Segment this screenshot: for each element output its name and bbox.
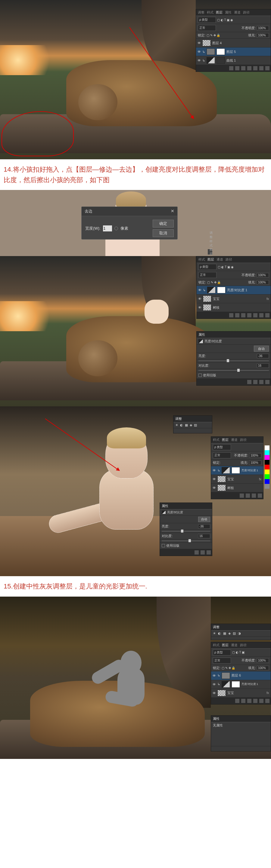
opacity-input[interactable]: 100% — [257, 26, 269, 30]
eye-icon[interactable] — [213, 674, 216, 677]
layer-row-curves[interactable]: ↳ 曲线 1 — [196, 56, 271, 65]
blend-mode-dropdown[interactable]: 正常 — [213, 452, 231, 458]
swatch[interactable] — [265, 450, 270, 455]
adjust-icon[interactable]: ☀ — [213, 631, 216, 636]
new-layer-icon[interactable] — [259, 699, 264, 703]
swatch[interactable] — [265, 484, 270, 489]
layer-brightness-contrast[interactable]: ↳ 亮度/对比度 1 — [211, 466, 263, 475]
adjust-icon[interactable]: ◐ — [218, 631, 221, 636]
unit-radio[interactable] — [114, 227, 118, 230]
mask-icon[interactable] — [241, 66, 245, 70]
tab-style[interactable]: 样式 — [213, 438, 219, 442]
tab-style[interactable]: 样式 — [207, 10, 214, 15]
close-icon[interactable]: ✕ — [171, 209, 174, 214]
group-icon[interactable] — [253, 313, 258, 317]
fill-input[interactable]: 100% — [249, 460, 261, 465]
swatch[interactable] — [265, 445, 270, 450]
legacy-checkbox[interactable] — [162, 544, 165, 547]
layer-baby[interactable]: 宝宝 fx — [211, 475, 263, 484]
tab-adjust[interactable]: 调整 — [213, 625, 219, 629]
auto-button[interactable]: 自动 — [198, 517, 210, 522]
adjust-icon[interactable] — [247, 66, 251, 70]
contrast-value[interactable]: 16 — [198, 534, 210, 538]
eye-icon[interactable] — [213, 477, 216, 481]
adjust-icon[interactable]: ▦ — [185, 423, 188, 427]
link-icon[interactable] — [229, 313, 233, 317]
tab-adjust[interactable]: 调整 — [175, 416, 182, 421]
fx-indicator[interactable]: fx — [267, 691, 269, 694]
layer-baby[interactable]: 宝宝 fx — [197, 294, 271, 303]
filter-icons[interactable]: ▢ ◐ T ▣ ◉ — [217, 18, 233, 22]
adjust-icon[interactable]: ☀ — [175, 423, 178, 427]
fx-indicator[interactable]: fx — [259, 477, 261, 481]
tab-paths[interactable]: 路径 — [225, 257, 232, 262]
eye-icon[interactable] — [197, 50, 201, 54]
reset-icon[interactable] — [200, 550, 205, 555]
eye-icon[interactable] — [213, 486, 216, 490]
fill-input[interactable]: 100% — [257, 666, 269, 670]
eye-icon[interactable] — [213, 469, 216, 472]
clip-icon[interactable] — [194, 550, 199, 555]
lock-icons[interactable]: ▢ ✎ ✥ 🔒 — [207, 281, 221, 284]
adjust-icon[interactable]: ▨ — [194, 423, 197, 427]
layer-row-6[interactable]: ↳ 图层 6 — [211, 672, 271, 680]
blend-mode-dropdown[interactable]: 正常 — [198, 272, 217, 278]
tab-properties[interactable]: 属性 — [225, 10, 232, 15]
tab-layers[interactable]: 图层 — [222, 643, 228, 647]
fx-icon[interactable] — [235, 66, 239, 70]
ok-button[interactable]: 确定 — [153, 220, 174, 227]
eye-icon[interactable] — [197, 59, 201, 62]
new-layer-icon[interactable] — [252, 494, 256, 498]
eye-icon[interactable] — [198, 306, 201, 309]
brightness-slider[interactable] — [162, 531, 210, 532]
link-icon[interactable] — [229, 66, 233, 70]
reset-icon[interactable] — [259, 380, 264, 384]
trash-icon[interactable] — [265, 380, 270, 384]
swatch[interactable] — [265, 465, 270, 469]
tab-layers[interactable]: 图层 — [208, 257, 214, 262]
opacity-input[interactable]: 100% — [249, 453, 261, 458]
cancel-button[interactable]: 取消 — [153, 229, 174, 237]
eye-icon[interactable] — [198, 288, 201, 292]
swatch[interactable] — [265, 479, 270, 484]
new-layer-icon[interactable] — [259, 313, 264, 317]
trash-icon[interactable] — [258, 494, 262, 498]
adjust-icon[interactable]: ▦ — [223, 631, 226, 636]
mask-icon[interactable] — [241, 313, 245, 317]
contrast-slider[interactable] — [198, 370, 269, 371]
swatch[interactable] — [265, 455, 270, 460]
blend-mode-dropdown[interactable]: 正常 — [213, 658, 231, 663]
adjust-icon[interactable]: ▨ — [233, 631, 236, 636]
tab-channels[interactable]: 通道 — [217, 257, 223, 262]
layer-branch[interactable]: 树枝 — [211, 484, 263, 492]
contrast-value[interactable]: 16 — [257, 363, 269, 368]
filter-icons[interactable]: ▢ ◐ T ▣ ◉ — [218, 266, 234, 269]
new-layer-icon[interactable] — [259, 66, 264, 70]
layer-brightness-contrast[interactable]: ↳ 亮度/对比度 1 — [211, 680, 271, 689]
auto-button[interactable]: 自动 — [254, 346, 269, 352]
eye-icon[interactable] — [198, 297, 201, 301]
tab-adjust[interactable]: 调整 — [198, 10, 205, 15]
layer-baby[interactable]: 宝宝 fx — [211, 689, 271, 698]
trash-icon[interactable] — [207, 550, 211, 555]
trash-icon[interactable] — [265, 66, 270, 70]
blend-mode-dropdown[interactable]: 正常 — [198, 25, 216, 31]
tab-channels[interactable]: 通道 — [234, 10, 241, 15]
kind-dropdown[interactable]: ρ 类型 — [213, 444, 231, 450]
fx-icon[interactable] — [241, 699, 245, 703]
legacy-checkbox[interactable] — [198, 374, 202, 377]
brightness-value[interactable]: -36 — [257, 354, 269, 358]
kind-dropdown[interactable]: ρ 类型 — [198, 17, 216, 23]
group-icon[interactable] — [253, 66, 258, 70]
tab-properties[interactable]: 属性 — [213, 716, 219, 721]
opacity-input[interactable]: 100% — [257, 658, 269, 663]
fx-icon[interactable] — [235, 313, 239, 317]
mask-icon[interactable] — [246, 494, 250, 498]
lock-icons[interactable]: ▢ ✎ ✥ 🔒 — [207, 34, 220, 37]
trash-icon[interactable] — [265, 699, 270, 703]
adjust-icon[interactable]: ◈ — [228, 631, 231, 636]
view-icon[interactable] — [253, 380, 258, 384]
swatch[interactable] — [265, 474, 270, 479]
tab-properties[interactable]: 属性 — [198, 333, 205, 337]
adjust-icon[interactable]: ◈ — [190, 423, 192, 427]
